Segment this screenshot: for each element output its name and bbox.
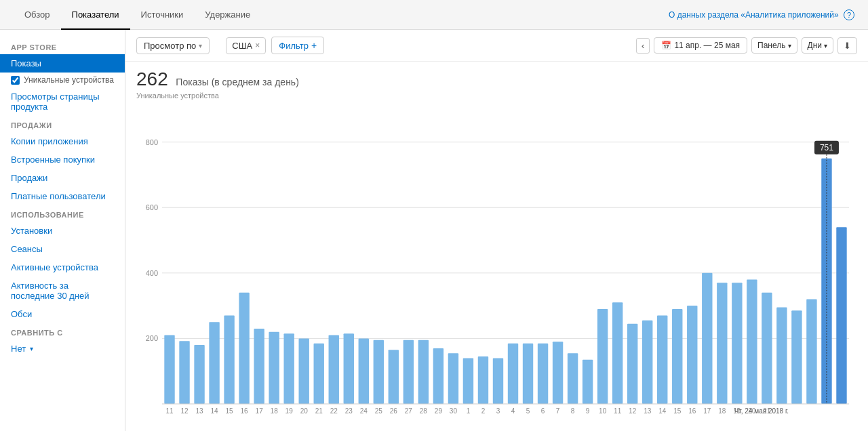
main-layout: APP STORE Показы Уникальные устройства П…	[0, 30, 868, 431]
sidebar-unique-devices[interactable]: Уникальные устройства	[0, 73, 125, 87]
svg-rect-53	[836, 227, 846, 404]
sidebar-item-active-devices[interactable]: Активные устройства	[0, 258, 125, 276]
svg-rect-51	[806, 299, 816, 404]
sidebar-item-sales[interactable]: Продажи	[0, 169, 125, 187]
svg-text:27: 27	[405, 407, 413, 415]
svg-text:22: 22	[330, 407, 338, 415]
svg-rect-45	[717, 283, 727, 404]
svg-rect-28	[463, 358, 473, 404]
svg-text:9: 9	[586, 407, 590, 415]
toolbar: Просмотр по ▾ США × Фильтр + ‹ 📅 11 апр.…	[125, 30, 868, 62]
panel-chevron-icon: ▾	[788, 42, 791, 49]
svg-text:18: 18	[718, 407, 726, 415]
svg-text:30: 30	[450, 407, 458, 415]
svg-rect-13	[239, 293, 249, 404]
svg-rect-20	[344, 333, 354, 404]
svg-text:11: 11	[165, 407, 174, 415]
svg-text:Чт, 24 мая 2018 г.: Чт, 24 мая 2018 г.	[734, 407, 789, 415]
svg-text:17: 17	[256, 407, 264, 415]
svg-rect-40	[642, 321, 652, 404]
svg-text:28: 28	[420, 407, 428, 415]
sidebar-item-shows[interactable]: Показы	[0, 54, 125, 73]
nav-retention[interactable]: Удержание	[194, 0, 261, 30]
add-filter-icon: +	[311, 40, 317, 51]
download-button[interactable]: ⬇	[837, 37, 857, 54]
sidebar-item-paying-users[interactable]: Платные пользователи	[0, 187, 125, 205]
content-area: Просмотр по ▾ США × Фильтр + ‹ 📅 11 апр.…	[125, 30, 868, 431]
svg-text:13: 13	[644, 407, 652, 415]
days-button[interactable]: Дни ▾	[802, 37, 833, 54]
svg-text:4: 4	[511, 407, 515, 415]
sidebar-compare-value[interactable]: Нет ▾	[0, 340, 125, 358]
stats-left: 262 Показы (в среднем за день) Уникальны…	[136, 68, 299, 100]
view-by-button[interactable]: Просмотр по ▾	[136, 37, 210, 54]
svg-rect-39	[627, 324, 637, 404]
svg-text:7: 7	[556, 407, 560, 415]
sidebar-item-sessions[interactable]: Сеансы	[0, 240, 125, 258]
sidebar-item-activity-30[interactable]: Активность за последние 30 дней	[0, 276, 125, 305]
nav-metrics[interactable]: Показатели	[61, 0, 130, 30]
svg-text:17: 17	[703, 407, 711, 415]
svg-text:8: 8	[571, 407, 575, 415]
sidebar-item-installs[interactable]: Установки	[0, 222, 125, 240]
date-prev-button[interactable]: ‹	[636, 38, 650, 54]
svg-text:10: 10	[599, 407, 607, 415]
sidebar-item-crashes[interactable]: Обси	[0, 305, 125, 323]
svg-text:3: 3	[496, 407, 500, 415]
svg-rect-30	[493, 358, 503, 404]
country-filter-tag[interactable]: США ×	[226, 37, 266, 54]
svg-rect-38	[612, 302, 623, 404]
calendar-icon: 📅	[661, 41, 671, 50]
stats-label: Показы (в среднем за день)	[176, 77, 298, 87]
sidebar-item-in-app[interactable]: Встроенные покупки	[0, 150, 125, 169]
svg-rect-11	[209, 322, 219, 404]
sidebar: APP STORE Показы Уникальные устройства П…	[0, 30, 125, 431]
svg-rect-21	[359, 338, 369, 404]
svg-text:20: 20	[300, 407, 309, 415]
usage-section-title: ИСПОЛЬЗОВАНИЕ	[0, 205, 125, 222]
svg-text:6: 6	[541, 407, 545, 415]
svg-text:24: 24	[360, 407, 368, 415]
svg-rect-48	[762, 293, 772, 404]
svg-text:12: 12	[629, 407, 637, 415]
svg-text:16: 16	[241, 407, 249, 415]
svg-text:18: 18	[271, 407, 279, 415]
panel-button[interactable]: Панель ▾	[751, 37, 797, 54]
svg-rect-16	[283, 333, 294, 404]
svg-text:11: 11	[614, 407, 622, 415]
svg-rect-32	[523, 344, 533, 404]
svg-text:15: 15	[226, 407, 234, 415]
sidebar-item-product-page[interactable]: Просмотры страницы продукта	[0, 87, 125, 116]
svg-text:25: 25	[375, 407, 383, 415]
remove-filter-icon[interactable]: ×	[255, 41, 260, 50]
svg-text:751: 751	[820, 143, 833, 152]
svg-rect-29	[478, 356, 488, 404]
download-icon: ⬇	[844, 41, 851, 51]
svg-rect-18	[314, 344, 324, 404]
sidebar-item-app-copies[interactable]: Копии приложения	[0, 132, 125, 150]
svg-rect-37	[597, 309, 608, 404]
svg-rect-23	[389, 350, 399, 404]
days-chevron-icon: ▾	[824, 42, 827, 49]
svg-text:23: 23	[345, 407, 353, 415]
svg-rect-10	[194, 345, 204, 404]
svg-rect-9	[179, 341, 189, 404]
nav-sources[interactable]: Источники	[130, 0, 195, 30]
stats-sublabel: Уникальные устройства	[136, 91, 299, 100]
svg-rect-25	[418, 340, 429, 404]
svg-rect-27	[448, 353, 458, 404]
svg-rect-47	[747, 279, 757, 404]
stats-number: 262	[136, 68, 168, 89]
svg-rect-46	[732, 283, 742, 404]
app-store-section-title: APP STORE	[0, 38, 125, 54]
help-link[interactable]: О данных раздела «Аналитика приложений» …	[669, 9, 854, 20]
date-range-button[interactable]: 📅 11 апр. — 25 мая	[654, 37, 747, 54]
unique-devices-checkbox[interactable]	[11, 76, 20, 85]
svg-rect-14	[254, 329, 264, 404]
help-icon: ?	[844, 9, 854, 20]
nav-overview[interactable]: Обзор	[14, 0, 61, 30]
chart-container: 8006004002007511112131415161718192021222…	[125, 102, 868, 431]
svg-text:14: 14	[658, 407, 667, 415]
filter-button[interactable]: Фильтр +	[271, 37, 324, 54]
svg-rect-35	[568, 353, 578, 404]
